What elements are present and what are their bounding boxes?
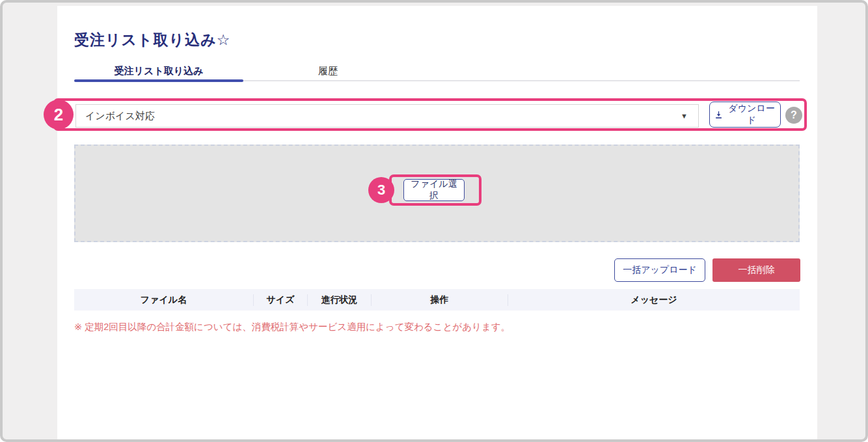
bulk-delete-button[interactable]: 一括削除: [712, 258, 800, 282]
screenshot-frame: 受注リスト取り込み☆ 受注リスト取り込み 履歴 インボイス対応 ▼ ダウンロード…: [0, 0, 868, 442]
annotation-badge-step3: 3: [368, 177, 394, 203]
files-table-header: ファイル名 サイズ 進行状況 操作 メッセージ: [74, 289, 800, 311]
file-select-button-label: ファイル選択: [408, 178, 460, 202]
pricing-note: ※ 定期2回目以降の合計金額については、消費税計算やサービス適用によって変わるこ…: [74, 321, 790, 333]
template-select-value: インボイス対応: [85, 110, 155, 122]
annotation-badge-step3-number: 3: [377, 182, 385, 199]
column-header-message: メッセージ: [508, 294, 800, 306]
column-header-filename: ファイル名: [74, 294, 253, 306]
column-header-operation: 操作: [371, 294, 508, 306]
chevron-down-icon: ▼: [681, 112, 688, 120]
file-select-button[interactable]: ファイル選択: [403, 179, 465, 201]
download-button-label: ダウンロード: [727, 103, 776, 126]
bulk-upload-button[interactable]: 一括アップロード: [614, 258, 705, 282]
column-header-size: サイズ: [253, 294, 307, 306]
help-icon-glyph: ?: [791, 109, 797, 121]
template-select[interactable]: インボイス対応 ▼: [75, 104, 699, 128]
active-tab-indicator: [74, 79, 243, 82]
download-icon: [714, 110, 724, 120]
help-icon[interactable]: ?: [785, 107, 802, 124]
bulk-upload-button-label: 一括アップロード: [623, 264, 697, 276]
tab-history[interactable]: 履歴: [243, 62, 413, 82]
page-title: 受注リスト取り込み☆: [74, 30, 230, 50]
annotation-badge-step2-number: 2: [54, 105, 63, 125]
column-header-progress: 進行状況: [307, 294, 371, 306]
download-button[interactable]: ダウンロード: [709, 102, 781, 128]
bulk-delete-button-label: 一括削除: [739, 264, 775, 276]
annotation-badge-step2: 2: [44, 100, 74, 130]
